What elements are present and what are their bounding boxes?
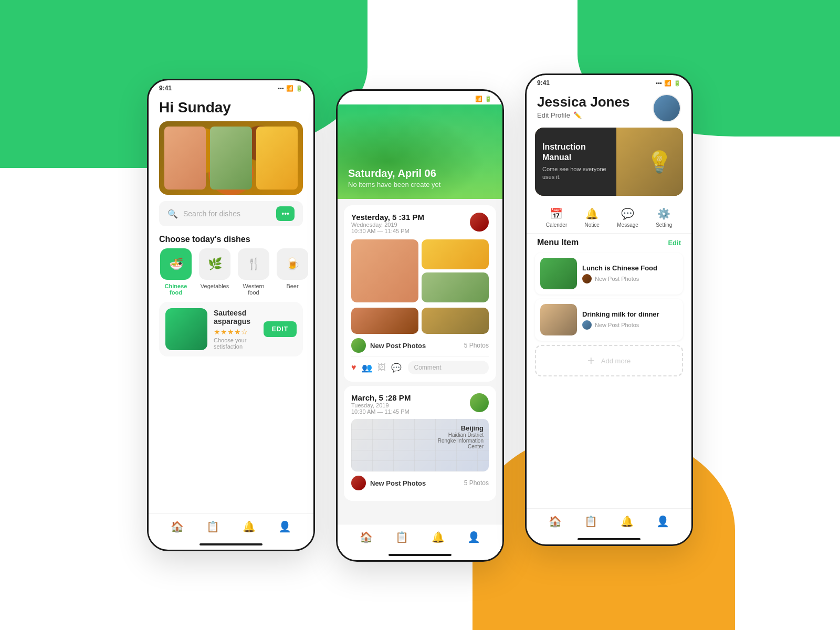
photo-icon[interactable]: 🖼 <box>377 363 386 373</box>
search-dots-button[interactable]: ••• <box>276 206 295 221</box>
nav-calendar[interactable]: 📋 <box>206 520 219 533</box>
add-more-card[interactable]: + Add more <box>535 345 683 376</box>
calendar-icon-2: 📋 <box>395 531 408 543</box>
dish-name: Sauteesd asparagus <box>214 309 257 326</box>
nav-setting[interactable]: ⚙️ Setting <box>656 207 672 228</box>
nav-notifications[interactable]: 🔔 <box>243 520 256 533</box>
menu-card-1-avatar <box>582 274 592 284</box>
phone-1: 9:41 ▪▪▪ 📶 🔋 Hi Sunday � <box>147 79 315 551</box>
nav2-home[interactable]: 🏠 <box>360 531 373 543</box>
menu-card-1-image <box>540 258 577 289</box>
nav-home[interactable]: 🏠 <box>171 520 184 533</box>
map-city: Beijing <box>438 424 484 432</box>
phone3-status-bar: 9:41 ▪▪▪ 📶 🔋 <box>527 75 691 89</box>
menu-card-2-image <box>540 304 577 335</box>
chat-icon[interactable]: 💬 <box>391 363 402 373</box>
phone3-status-icons: ▪▪▪ 📶 🔋 <box>656 80 681 87</box>
map-location: Beijing Haidian DistrictRongke Informati… <box>438 424 484 449</box>
beer-icon-box[interactable]: 🍺 <box>277 248 308 280</box>
home-icon-3: 🏠 <box>549 515 562 528</box>
nav-profile[interactable]: 👤 <box>278 520 291 533</box>
edit-pencil-icon[interactable]: ✏️ <box>573 111 582 119</box>
card1-extra-photos <box>351 308 489 334</box>
phone3-bottom-nav: 🏠 📋 🔔 👤 <box>527 508 691 536</box>
menu-card-2-avatar <box>582 320 592 330</box>
vegetables-icon-box[interactable]: 🌿 <box>199 248 230 280</box>
nav2-calendar[interactable]: 📋 <box>395 531 408 543</box>
card1-date: Wednesday, 2019 <box>351 222 424 228</box>
instruction-card[interactable]: Instruction Manual Come see how everyone… <box>535 128 683 196</box>
category-chinese[interactable]: 🍜 Chinese food <box>159 248 193 296</box>
dish-image <box>165 308 207 350</box>
nav2-notifications[interactable]: 🔔 <box>432 531 445 543</box>
search-icon: 🔍 <box>167 209 178 219</box>
category-vegetables[interactable]: 🌿 Vegetables <box>198 248 232 296</box>
calendar-icon: 📋 <box>206 520 219 533</box>
photo-small-1 <box>422 239 489 269</box>
card1-footer: ♥ 👥 🖼 💬 Comment <box>351 356 489 374</box>
phone2-header-text: Saturday, April 06 No items have been cr… <box>348 167 440 188</box>
nav3-profile[interactable]: 👤 <box>656 515 669 528</box>
signal-icon: ▪▪▪ <box>278 85 284 91</box>
phone2-header: Saturday, April 06 No items have been cr… <box>338 104 502 199</box>
search-input[interactable]: Search for dishes <box>183 209 271 218</box>
menu-card-1-sub: New Post Photos <box>582 274 678 284</box>
edit-profile-text[interactable]: Edit Profile <box>537 111 570 119</box>
profile-name: Jessica Jones <box>537 94 629 110</box>
edit-profile-row: Edit Profile ✏️ <box>537 111 629 119</box>
menu-card-1-title: Lunch is Chinese Food <box>582 264 678 272</box>
wifi-icon-2: 📶 <box>475 96 482 102</box>
nav3-home[interactable]: 🏠 <box>549 515 562 528</box>
phone2-bottom-nav: 🏠 📋 🔔 👤 <box>338 524 502 552</box>
card2-date: Tuesday, 2019 <box>351 402 411 408</box>
chinese-icon: 🍜 <box>169 257 183 271</box>
nav-calender[interactable]: 📅 Calender <box>546 207 568 228</box>
comment-input[interactable]: Comment <box>408 361 489 374</box>
menu-card-1[interactable]: Lunch is Chinese Food New Post Photos <box>535 253 683 295</box>
menu-item-section: Menu Item Edit <box>527 234 691 250</box>
search-bar[interactable]: 🔍 Search for dishes ••• <box>159 201 303 226</box>
phones-container: 9:41 ▪▪▪ 📶 🔋 Hi Sunday � <box>0 0 840 630</box>
category-western[interactable]: 🍴 Western food <box>237 248 270 296</box>
category-scroll: 🍜 Chinese food 🌿 Vegetables 🍴 Western fo… <box>149 248 313 296</box>
photo-extra-1 <box>351 308 418 334</box>
nav3-calendar[interactable]: 📋 <box>584 515 597 528</box>
notice-label: Notice <box>585 222 600 228</box>
card2-time-section: March, 5 :28 PM Tuesday, 2019 10:30 AM —… <box>351 393 411 415</box>
nav-notice[interactable]: 🔔 Notice <box>585 207 600 228</box>
category-beer[interactable]: 🍺 Beer <box>276 248 309 296</box>
nav-message[interactable]: 💬 Message <box>617 207 638 228</box>
beer-icon: 🍺 <box>286 257 300 271</box>
vegetables-icon: 🌿 <box>208 257 222 271</box>
chinese-icon-box[interactable]: 🍜 <box>160 248 192 280</box>
food-bowl-3 <box>256 127 298 190</box>
phone2-status-icons: ▪▪▪ 📶 🔋 <box>467 96 492 102</box>
food-bowl-2 <box>210 127 251 190</box>
western-icon: 🍴 <box>247 257 261 271</box>
timeline-content: Yesterday, 5 :31 PM Wednesday, 2019 10:3… <box>338 199 502 524</box>
profile-icon: 👤 <box>278 520 291 533</box>
profile-icon-2: 👤 <box>467 531 480 543</box>
food-bowl-1 <box>164 127 206 190</box>
dish-edit-button[interactable]: EDIT <box>264 321 297 337</box>
card1-time-range: 10:30 AM — 11:45 PM <box>351 228 424 234</box>
menu-card-2-sub: New Post Photos <box>582 320 678 330</box>
western-icon-box[interactable]: 🍴 <box>238 248 269 280</box>
card1-post-avatar <box>351 338 366 353</box>
card2-time: March, 5 :28 PM <box>351 393 411 402</box>
home-indicator <box>200 543 262 545</box>
menu-card-2[interactable]: Drinking milk for dinner New Post Photos <box>535 299 683 341</box>
card1-avatar <box>470 213 489 232</box>
menu-edit-button[interactable]: Edit <box>668 239 681 247</box>
like-icon[interactable]: ♥ <box>351 363 356 373</box>
people-icon[interactable]: 👥 <box>362 363 372 373</box>
calendar-icon-3: 📋 <box>584 515 597 528</box>
instruction-card-content: Instruction Manual Come see how everyone… <box>535 128 616 196</box>
instruction-title: Instruction Manual <box>542 142 609 162</box>
nav2-profile[interactable]: 👤 <box>467 531 480 543</box>
card2-post-label: New Post Photos <box>370 479 426 487</box>
phone1-status-icons: ▪▪▪ 📶 🔋 <box>278 85 303 92</box>
western-label: Western food <box>237 283 270 296</box>
nav3-notifications[interactable]: 🔔 <box>621 515 634 528</box>
card1-time: Yesterday, 5 :31 PM <box>351 213 424 222</box>
